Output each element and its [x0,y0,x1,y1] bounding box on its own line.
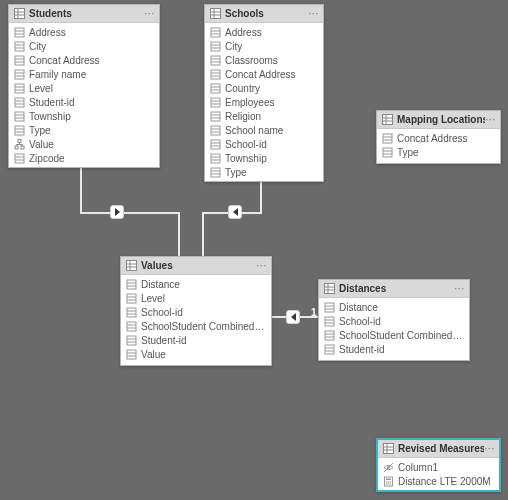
field-label: Distance [141,279,180,290]
hidden-icon [382,461,394,473]
field-label: City [225,41,242,52]
table-card-values[interactable]: Values···DistanceLevelSchool-idSchoolStu… [120,256,272,366]
svg-rect-51 [211,70,220,79]
table-menu-button[interactable]: ··· [308,9,319,19]
table-card-mapping[interactable]: Mapping Locations···Concat AddressType [376,110,501,164]
table-menu-button[interactable]: ··· [256,261,267,271]
field-row[interactable]: Value [9,137,159,151]
field-row[interactable]: Type [205,165,323,179]
field-row[interactable]: Classrooms [205,53,323,67]
rel-values-distances-arrow[interactable] [286,310,300,324]
column-icon [13,40,25,52]
svg-rect-95 [127,308,136,317]
field-row[interactable]: Student-id [121,333,271,347]
rel-schools-values-arrow[interactable] [228,205,242,219]
field-row[interactable]: Country [205,81,323,95]
table-menu-button[interactable]: ··· [144,9,155,19]
field-label: Column1 [398,462,438,473]
table-header-revised[interactable]: Revised Measures··· [378,440,499,458]
table-title: Values [141,260,256,271]
svg-rect-45 [211,42,220,51]
table-card-revised[interactable]: Revised Measures···Column1Distance LTE 2… [376,438,501,492]
table-menu-button[interactable]: ··· [454,284,465,294]
table-title: Distances [339,283,454,294]
svg-rect-111 [325,303,334,312]
column-icon [13,82,25,94]
svg-rect-75 [382,115,392,125]
field-list: Concat AddressType [377,129,500,161]
table-header-schools[interactable]: Schools··· [205,5,323,23]
table-card-students[interactable]: Students···AddressCityConcat AddressFami… [8,4,160,168]
rel-students-values-arrow[interactable] [110,205,124,219]
table-card-distances[interactable]: Distances···DistanceSchool-idSchoolStude… [318,279,470,361]
field-row[interactable]: Zipcode [9,151,159,165]
field-row[interactable]: Family name [9,67,159,81]
field-row[interactable]: Distance [121,277,271,291]
table-menu-button[interactable]: ··· [484,444,495,454]
table-icon [382,443,394,455]
table-card-schools[interactable]: Schools···AddressCityClassroomsConcat Ad… [204,4,324,182]
field-row[interactable]: Value [121,347,271,361]
field-row[interactable]: Township [9,109,159,123]
rel-values-distances-one: 1 [311,307,317,318]
field-row[interactable]: City [9,39,159,53]
field-row[interactable]: Distance LTE 2000M [378,474,499,488]
field-row[interactable]: Student-id [9,95,159,109]
field-row[interactable]: SchoolStudent Combined ID [121,319,271,333]
table-header-mapping[interactable]: Mapping Locations··· [377,111,500,129]
field-row[interactable]: Type [9,123,159,137]
field-row[interactable]: Type [377,145,500,159]
column-icon [209,68,221,80]
field-row[interactable]: School-id [121,305,271,319]
field-label: Student-id [29,97,75,108]
column-icon [125,278,137,290]
field-row[interactable]: Religion [205,109,323,123]
field-row[interactable]: Concat Address [9,53,159,67]
svg-rect-42 [211,28,220,37]
field-label: Country [225,83,260,94]
rel-students-values-h [80,212,180,214]
table-icon [381,114,393,126]
svg-rect-19 [15,98,24,107]
column-icon [13,68,25,80]
field-row[interactable]: Distance [319,300,469,314]
table-header-distances[interactable]: Distances··· [319,280,469,298]
table-title: Revised Measures [398,443,484,454]
column-icon [209,166,221,178]
table-header-values[interactable]: Values··· [121,257,271,275]
field-label: School-id [339,316,381,327]
svg-rect-98 [127,322,136,331]
column-icon [13,26,25,38]
field-label: City [29,41,46,52]
svg-point-132 [387,481,388,482]
column-icon [323,329,335,341]
field-row[interactable]: Level [121,291,271,305]
field-row[interactable]: Address [205,25,323,39]
field-row[interactable]: Concat Address [377,131,500,145]
field-label: SchoolStudent Combined ID [339,330,465,341]
table-header-students[interactable]: Students··· [9,5,159,23]
field-row[interactable]: School-id [319,314,469,328]
field-label: Family name [29,69,86,80]
field-row[interactable]: City [205,39,323,53]
field-row[interactable]: Address [9,25,159,39]
field-row[interactable]: Township [205,151,323,165]
field-label: School-id [225,139,267,150]
field-row[interactable]: Column1 [378,460,499,474]
field-label: School name [225,125,283,136]
field-row[interactable]: Level [9,81,159,95]
column-icon [381,146,393,158]
column-icon [209,110,221,122]
field-label: Value [29,139,54,150]
field-row[interactable]: Student-id [319,342,469,356]
field-row[interactable]: Employees [205,95,323,109]
field-row[interactable]: SchoolStudent Combined ID [319,328,469,342]
field-row[interactable]: School name [205,123,323,137]
column-icon [125,334,137,346]
svg-rect-120 [325,345,334,354]
table-menu-button[interactable]: ··· [485,115,496,125]
svg-rect-10 [15,56,24,65]
field-row[interactable]: Concat Address [205,67,323,81]
field-row[interactable]: School-id [205,137,323,151]
field-label: Type [225,167,247,178]
